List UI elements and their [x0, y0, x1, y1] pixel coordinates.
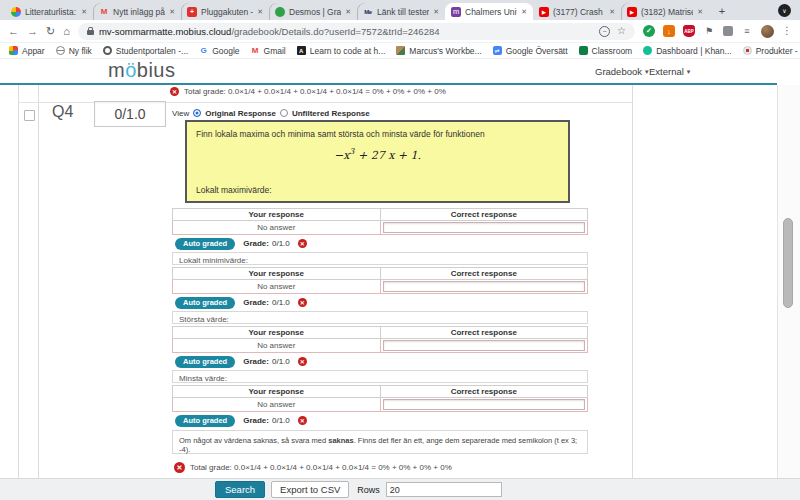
close-icon[interactable]: ✕: [609, 8, 615, 16]
correct-response-input[interactable]: [383, 222, 586, 233]
reload-icon[interactable]: ↻: [46, 26, 55, 37]
select-question-checkbox[interactable]: [24, 110, 35, 121]
url-field[interactable]: mv-sommarmatte.mobius.cloud/gradebook/De…: [78, 23, 635, 40]
grade-text: Grade:0/1.0: [243, 357, 290, 366]
unfiltered-response-radio[interactable]: [280, 109, 288, 117]
close-icon[interactable]: ✕: [169, 8, 175, 16]
media-controls-icon[interactable]: ≡: [741, 25, 753, 37]
close-icon[interactable]: ✕: [257, 8, 263, 16]
tab-litteraturlista[interactable]: Litteraturlista: Te ✕: [5, 3, 93, 20]
external-menu[interactable]: External▾: [649, 66, 690, 77]
tab-youtube-3182[interactable]: ▶ (3182) Matriser d ✕: [621, 3, 709, 20]
tab-pluggakuten[interactable]: + Pluggakuten – Di ✕: [181, 3, 269, 20]
question-formula: −x3 + 27 x + 1.: [196, 147, 559, 162]
question-grade-input[interactable]: 0/1.0: [94, 101, 166, 127]
part-label-box: Största värde:: [172, 311, 588, 324]
correct-response-input[interactable]: [383, 399, 586, 410]
bookmark-google-translate[interactable]: ⇄Google Översätt: [493, 46, 568, 56]
bookmark-label: Appar: [22, 46, 45, 56]
total-grade-text: Total grade: 0.0×1/4 + 0.0×1/4 + 0.0×1/4…: [184, 87, 446, 96]
bookmark-learn-to-code[interactable]: ALearn to code at h...: [297, 46, 386, 56]
new-tab-button[interactable]: +: [714, 3, 730, 19]
your-response-value: No answer: [173, 280, 381, 294]
bookmark-classroom[interactable]: Classroom: [579, 46, 633, 56]
close-icon[interactable]: ✕: [521, 8, 527, 16]
bookmark-apps[interactable]: Appar: [9, 46, 45, 56]
incorrect-icon: ✕: [298, 298, 307, 307]
site-header: möbius Gradebook▾ External▾: [0, 59, 777, 85]
gradebook-menu[interactable]: Gradebook▾: [595, 66, 649, 77]
bookmark-ny-flik[interactable]: Ny flik: [56, 46, 92, 56]
desmos-favicon-icon: [275, 7, 285, 17]
your-response-value: No answer: [173, 221, 381, 235]
bookmark-label: Studentportalen -...: [116, 46, 188, 56]
original-response-radio[interactable]: [193, 109, 201, 117]
grade-value: 0/1.0: [272, 298, 290, 307]
tab-title: Chalmers Univers: [465, 7, 517, 17]
close-icon[interactable]: ✕: [697, 8, 703, 16]
bookmark-google[interactable]: GGoogle: [199, 46, 239, 56]
bookmark-studentportalen[interactable]: Studentportalen -...: [103, 46, 188, 56]
tab-testerna[interactable]: Me Länk till testerna ✕: [357, 3, 445, 20]
grade-text: Grade:0/1.0: [243, 416, 290, 425]
menu-label: External: [649, 66, 684, 77]
your-response-value: No answer: [173, 398, 381, 412]
auto-graded-row: Auto graded Grade:0/1.0 ✕: [172, 238, 588, 249]
library-favicon-icon: [11, 7, 21, 17]
bookmark-label: Dashboard | Khan...: [656, 46, 731, 56]
bookmark-marcus-workbench[interactable]: Marcus's Workbe...: [396, 46, 481, 56]
your-response-header: Your response: [173, 209, 381, 221]
bookmark-khan[interactable]: Dashboard | Khan...: [643, 46, 731, 56]
bookmark-label: Google Översätt: [506, 46, 568, 56]
bookmark-star-icon[interactable]: ☆: [617, 26, 626, 36]
rows-input[interactable]: [386, 482, 502, 497]
question-text-box: Finn lokala maxima och minima samt störs…: [185, 120, 570, 203]
bookmark-liber[interactable]: Produkter - Liber...: [743, 46, 800, 56]
tab-chalmers-active[interactable]: m Chalmers Univers ✕: [445, 3, 533, 20]
browser-window: Litteraturlista: Te ✕ M Nytt inlägg på P…: [0, 0, 800, 500]
home-icon[interactable]: ⌂: [63, 26, 70, 37]
zoom-out-icon[interactable]: −: [599, 26, 610, 37]
tab-youtube-3177[interactable]: ▶ (3177) Crash Cou ✕: [533, 3, 621, 20]
browser-menu-icon[interactable]: ⋮: [782, 26, 792, 36]
grade-text: Grade:0/1.0: [243, 239, 290, 248]
google-favicon-icon: G: [199, 46, 208, 55]
correct-response-input[interactable]: [383, 340, 586, 351]
bookmark-label: Learn to code at h...: [310, 46, 386, 56]
profile-avatar[interactable]: [761, 25, 774, 38]
bookmark-label: Ny flik: [69, 46, 92, 56]
correct-response-cell: [380, 280, 588, 294]
question-column: View Original Response Unfiltered Respon…: [172, 108, 588, 473]
back-icon[interactable]: ←: [8, 26, 19, 37]
auto-graded-badge: Auto graded: [175, 238, 235, 250]
grade-label: Grade:: [243, 416, 269, 425]
photo-favicon-icon: [396, 46, 405, 55]
tab-desmos[interactable]: Desmos | Grafräk ✕: [269, 3, 357, 20]
bookmark-gmail[interactable]: MGmail: [251, 46, 286, 56]
extensions-puzzle-icon[interactable]: [723, 26, 733, 36]
tab-title: Länk till testerna: [377, 7, 429, 17]
close-icon[interactable]: ✕: [433, 8, 439, 16]
scrollbar-track[interactable]: [777, 85, 800, 478]
forward-icon[interactable]: →: [27, 26, 38, 37]
search-button[interactable]: Search: [215, 481, 265, 498]
bookmarks-bar: Appar Ny flik Studentportalen -... GGoog…: [0, 43, 800, 59]
response-table: Your responseCorrect response No answer: [172, 385, 588, 412]
part-label: Minsta värde:: [179, 374, 227, 383]
logo-part: bius: [137, 59, 176, 81]
scrollbar-thumb[interactable]: [783, 218, 793, 308]
close-icon[interactable]: ✕: [81, 8, 87, 16]
extension-download-icon[interactable]: ↓: [663, 25, 675, 37]
extension-check-icon[interactable]: ✓: [643, 25, 655, 37]
export-csv-button[interactable]: Export to CSV: [271, 481, 349, 498]
note-bold: saknas: [328, 436, 353, 445]
tab-search-button[interactable]: ∨: [778, 4, 791, 17]
flag-extension-icon[interactable]: ⚑: [703, 25, 715, 37]
tab-gmail-post[interactable]: M Nytt inlägg på Plu ✕: [93, 3, 181, 20]
adblock-plus-icon[interactable]: ABP: [683, 25, 695, 37]
classroom-favicon-icon: [579, 46, 588, 55]
your-response-header: Your response: [173, 386, 381, 398]
translate-icon: ⇄: [493, 46, 502, 55]
close-icon[interactable]: ✕: [345, 8, 351, 16]
correct-response-input[interactable]: [383, 281, 586, 292]
